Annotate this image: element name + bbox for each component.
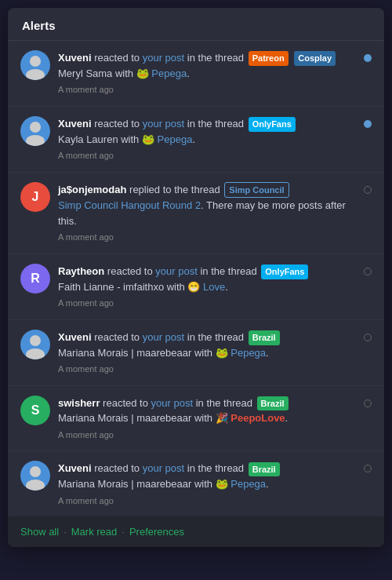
alert-content: Raytheon reacted to your post in the thr… xyxy=(58,264,356,310)
connector-text: in the thread xyxy=(196,397,256,409)
thread-text: Faith Lianne - imfaithxo with 😁 xyxy=(58,281,203,293)
action-text: reacted to xyxy=(94,462,142,474)
badge-onlyfans: OnlyFans xyxy=(249,117,296,132)
alert-item: Xuveni reacted to your post in the threa… xyxy=(8,41,384,107)
read-indicator xyxy=(364,399,372,407)
read-indicator xyxy=(364,186,372,194)
action-text: reacted to xyxy=(107,265,155,277)
unread-indicator xyxy=(364,120,372,128)
unread-indicator xyxy=(364,54,372,62)
alert-content: Xuveni reacted to your post in the threa… xyxy=(58,461,356,507)
peepolove-link[interactable]: PeepoLove xyxy=(230,412,285,424)
thread-text: Kayla Lauren with 🐸 xyxy=(58,133,158,145)
timestamp: A moment ago xyxy=(58,363,356,376)
action-text: reacted to xyxy=(94,331,142,343)
svg-point-6 xyxy=(30,466,41,477)
your-post-link[interactable]: your post xyxy=(143,52,184,64)
alert-text: swisherr reacted to your post in the thr… xyxy=(58,396,356,426)
alert-content: Xuveni reacted to your post in the threa… xyxy=(58,330,356,376)
love-link[interactable]: Love xyxy=(203,281,225,293)
timestamp: A moment ago xyxy=(58,494,356,508)
thread-text: Mariana Morais | maarebeaar with 🎉 xyxy=(58,412,230,424)
avatar xyxy=(20,50,50,80)
pepega-link[interactable]: Pepega xyxy=(158,133,193,145)
alert-text: Raytheon reacted to your post in the thr… xyxy=(58,264,356,294)
avatar-letter: R xyxy=(31,272,40,286)
thread-text: Meryl Sama with 🐸 xyxy=(58,67,151,79)
alert-content: swisherr reacted to your post in the thr… xyxy=(58,396,356,442)
read-indicator xyxy=(364,268,372,275)
read-indicator xyxy=(364,465,372,472)
timestamp: A moment ago xyxy=(58,231,356,244)
alert-text: Xuveni reacted to your post in the threa… xyxy=(58,330,356,360)
timestamp: A moment ago xyxy=(58,83,356,97)
username: ja$onjemodah xyxy=(58,184,126,195)
badge-simp-council: Simp Council xyxy=(224,182,289,199)
alert-item: R Raytheon reacted to your post in the t… xyxy=(8,254,384,320)
alert-content: Xuveni reacted to your post in the threa… xyxy=(58,50,356,97)
badge-cosplay: Cosplay xyxy=(294,51,336,66)
badge-brazil: Brazil xyxy=(257,396,289,411)
svg-point-4 xyxy=(30,335,41,346)
connector-text: in the thread xyxy=(200,265,260,277)
your-post-link[interactable]: your post xyxy=(143,462,184,474)
your-post-link[interactable]: your post xyxy=(143,331,184,343)
mark-read-link[interactable]: Mark read xyxy=(71,526,118,538)
alerts-title: Alerts xyxy=(22,19,56,32)
badge-brazil: Brazil xyxy=(249,330,280,345)
alert-text: Xuveni reacted to your post in the threa… xyxy=(58,50,356,81)
svg-point-5 xyxy=(26,348,45,359)
username: Xuveni xyxy=(58,52,92,64)
avatar: R xyxy=(20,264,50,294)
badge-brazil: Brazil xyxy=(249,462,280,477)
alert-item: Xuveni reacted to your post in the threa… xyxy=(8,451,384,516)
connector-text: in the thread xyxy=(187,118,247,129)
username: Xuveni xyxy=(58,118,92,129)
thread-text: Mariana Morais | maarebeaar with 🐸 xyxy=(58,478,230,490)
your-post-link[interactable]: your post xyxy=(151,397,193,409)
timestamp: A moment ago xyxy=(58,149,356,162)
pepega-link[interactable]: Pepega xyxy=(230,347,266,359)
avatar xyxy=(20,330,50,359)
svg-point-7 xyxy=(26,480,45,491)
separator-1: · xyxy=(64,526,67,538)
badge-onlyfans: OnlyFans xyxy=(261,264,308,279)
username: Xuveni xyxy=(58,331,92,343)
svg-point-2 xyxy=(30,122,41,133)
avatar xyxy=(20,116,50,146)
alerts-header: Alerts xyxy=(8,8,384,41)
preferences-link[interactable]: Preferences xyxy=(129,526,184,538)
your-post-link[interactable]: your post xyxy=(155,265,197,277)
avatar: S xyxy=(20,396,50,425)
action-text: reacted to xyxy=(94,118,142,129)
alerts-panel: Alerts Xuveni reacted to your post in th… xyxy=(8,8,384,547)
your-post-link[interactable]: your post xyxy=(143,118,184,129)
alerts-list: Xuveni reacted to your post in the threa… xyxy=(8,41,384,516)
badge-patreon: Patreon xyxy=(249,51,289,66)
connector-text: in the thread xyxy=(187,52,247,64)
action-text: replied to the thread xyxy=(129,184,223,195)
connector-text: in the thread xyxy=(187,331,247,343)
thread-text: Mariana Morais | maarebeaar with 🐸 xyxy=(58,347,230,359)
avatar-letter: S xyxy=(31,403,40,418)
avatar: J xyxy=(20,182,50,212)
alert-text: Xuveni reacted to your post in the threa… xyxy=(58,116,356,147)
read-indicator xyxy=(364,334,372,341)
action-text: reacted to xyxy=(94,52,142,64)
thread-link[interactable]: Simp Council Hangout Round 2 xyxy=(58,199,201,211)
avatar-letter: J xyxy=(32,190,39,204)
username: swisherr xyxy=(58,397,100,409)
action-text: reacted to xyxy=(103,397,151,409)
timestamp: A moment ago xyxy=(58,429,356,442)
alert-item: J ja$onjemodah replied to the thread Sim… xyxy=(8,173,384,254)
alert-item: Xuveni reacted to your post in the threa… xyxy=(8,320,384,386)
alert-text: Xuveni reacted to your post in the threa… xyxy=(58,461,356,491)
alert-text: ja$onjemodah replied to the thread Simp … xyxy=(58,182,356,229)
show-all-link[interactable]: Show all xyxy=(20,526,59,538)
separator-2: · xyxy=(122,526,125,538)
username: Xuveni xyxy=(58,462,92,474)
alert-content: ja$onjemodah replied to the thread Simp … xyxy=(58,182,356,244)
pepega-link[interactable]: Pepega xyxy=(151,67,187,79)
connector-text: in the thread xyxy=(187,462,247,474)
pepega-link[interactable]: Pepega xyxy=(230,478,266,490)
